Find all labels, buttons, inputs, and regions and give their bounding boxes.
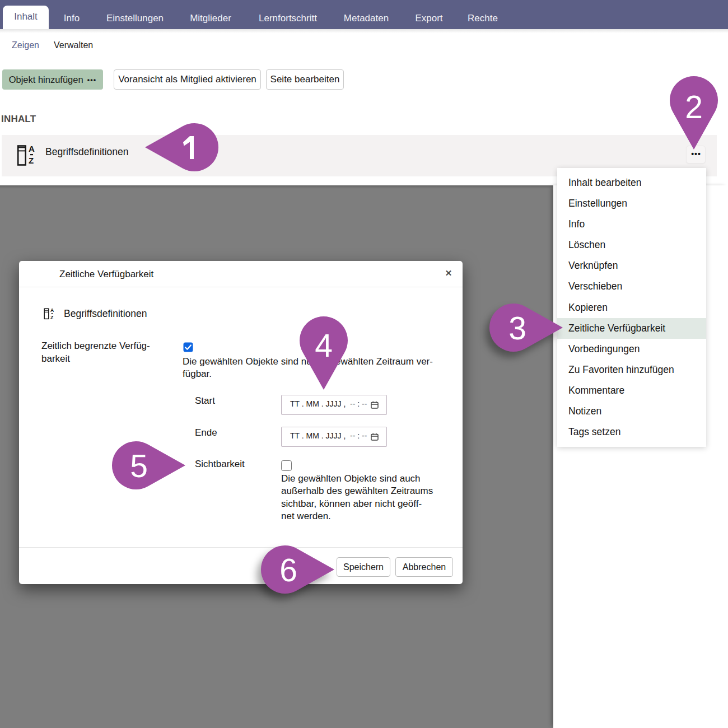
svg-text:Z: Z xyxy=(29,156,34,165)
svg-text:Z: Z xyxy=(50,315,53,320)
svg-text:2: 2 xyxy=(685,89,703,125)
svg-text:4: 4 xyxy=(315,328,333,363)
svg-text:6: 6 xyxy=(279,552,297,588)
svg-text:A: A xyxy=(29,144,35,153)
svg-text:5: 5 xyxy=(130,448,148,484)
svg-text:3: 3 xyxy=(508,310,526,346)
svg-text:A: A xyxy=(50,308,54,313)
